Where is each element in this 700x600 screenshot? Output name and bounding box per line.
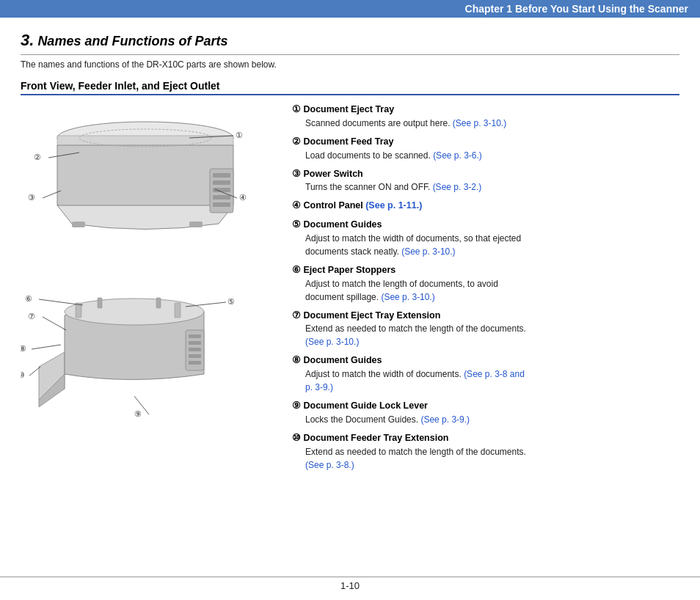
part-4-title: ④ Control Panel (See p. 1-11.) [292, 199, 679, 213]
svg-rect-26 [189, 354, 201, 358]
section-title-text: Names and Functions of Parts [37, 34, 227, 48]
svg-line-30 [39, 299, 83, 305]
section-title: 3. Names and Functions of Parts [21, 31, 679, 55]
svg-rect-23 [189, 334, 201, 338]
page-number: 1-10 [340, 580, 360, 591]
part-item-2: ② Document Feed Tray Load documents to b… [292, 135, 679, 162]
part-item-10: ⑩ Document Feeder Tray Extension Extend … [292, 431, 679, 472]
part-item-6: ⑥ Eject Paper Stoppers Adjust to match t… [292, 263, 679, 304]
svg-rect-28 [98, 298, 102, 308]
part-item-9: ⑨ Document Guide Lock Lever Locks the Do… [292, 399, 679, 426]
svg-text:②: ② [34, 153, 41, 161]
section-number: 3. [21, 31, 34, 49]
svg-text:⑨: ⑨ [134, 409, 142, 418]
part-8-title: ⑧ Document Guides [292, 354, 679, 367]
parts-list: ① Document Eject Tray Scanned documents … [292, 103, 679, 477]
scanner-diagram: ① ② ③ ④ [21, 103, 270, 425]
svg-rect-29 [156, 298, 161, 308]
svg-text:⑤: ⑤ [227, 297, 235, 306]
part-item-5: ⑤ Document Guides Adjust to match the wi… [292, 218, 679, 258]
svg-text:①: ① [236, 131, 243, 139]
svg-text:⑥: ⑥ [25, 294, 32, 303]
part-item-4: ④ Control Panel (See p. 1-11.) [292, 199, 679, 213]
front-view-title: Front View, Feeder Inlet, and Eject Outl… [21, 80, 679, 95]
svg-text:⑧: ⑧ [21, 344, 26, 353]
svg-text:④: ④ [239, 193, 247, 202]
part-1-desc: Scanned documents are output here. (See … [305, 117, 679, 130]
page-header: Chapter 1 Before You Start Using the Sca… [0, 0, 700, 18]
part-1-title: ① Document Eject Tray [292, 103, 679, 117]
part-2-title: ② Document Feed Tray [292, 135, 679, 149]
svg-rect-24 [189, 341, 201, 345]
part-10-title: ⑩ Document Feeder Tray Extension [292, 431, 679, 445]
part-5-title: ⑤ Document Guides [292, 218, 679, 232]
section-intro: The names and functions of the DR-X10C p… [21, 59, 679, 70]
svg-line-36 [32, 345, 61, 349]
svg-line-32 [43, 317, 66, 330]
part-item-1: ① Document Eject Tray Scanned documents … [292, 103, 679, 130]
svg-rect-6 [213, 195, 230, 200]
svg-text:③: ③ [28, 193, 35, 202]
part-item-3: ③ Power Switch Turns the scanner ON and … [292, 167, 679, 194]
part-5-desc: Adjust to match the width of documents, … [305, 232, 679, 258]
page-content: 3. Names and Functions of Parts The name… [0, 18, 700, 484]
svg-rect-21 [175, 303, 181, 318]
front-view-body: ① ② ③ ④ [21, 103, 679, 477]
part-9-desc: Locks the Document Guides. (See p. 3-9.) [305, 413, 679, 426]
svg-point-19 [65, 299, 204, 325]
part-item-7: ⑦ Document Eject Tray Extension Extend a… [292, 309, 679, 349]
page-footer: 1-10 [0, 577, 700, 591]
svg-rect-10 [189, 222, 203, 227]
part-2-desc: Load documents to be scanned. (See p. 3-… [305, 149, 679, 162]
part-item-8: ⑧ Document Guides Adjust to match the wi… [292, 354, 679, 394]
diagram-area: ① ② ③ ④ [21, 103, 285, 428]
part-10-desc: Extend as needed to match the length of … [305, 445, 679, 472]
svg-rect-9 [72, 222, 85, 227]
svg-rect-27 [189, 361, 201, 365]
svg-rect-20 [76, 303, 81, 318]
part-9-title: ⑨ Document Guide Lock Lever [292, 399, 679, 413]
part-6-title: ⑥ Eject Paper Stoppers [292, 263, 679, 277]
part-7-desc: Extend as needed to match the length of … [305, 322, 679, 348]
svg-rect-4 [213, 180, 230, 185]
svg-rect-5 [213, 188, 230, 192]
part-8-desc: Adjust to match the width of documents. … [305, 367, 679, 394]
part-3-title: ③ Power Switch [292, 167, 679, 181]
part-6-desc: Adjust to match the length of documents,… [305, 277, 679, 304]
part-7-title: ⑦ Document Eject Tray Extension [292, 309, 679, 323]
svg-rect-3 [213, 173, 230, 178]
svg-rect-7 [213, 202, 230, 207]
header-text: Chapter 1 Before You Start Using the Sca… [465, 3, 688, 15]
svg-text:⑩: ⑩ [21, 370, 25, 379]
part-3-desc: Turns the scanner ON and OFF. (See p. 3-… [305, 180, 679, 194]
svg-rect-25 [189, 348, 201, 351]
svg-text:⑦: ⑦ [28, 312, 35, 321]
